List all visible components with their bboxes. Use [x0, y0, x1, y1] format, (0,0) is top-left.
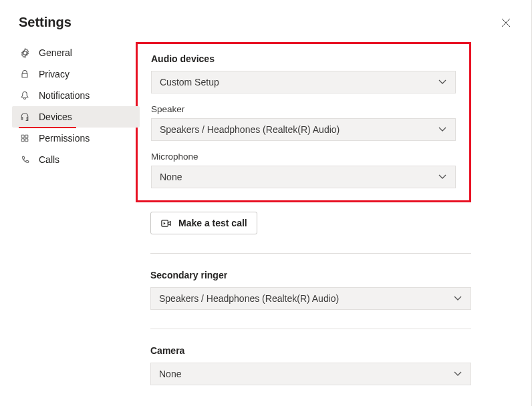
- microphone-value: None: [160, 172, 182, 182]
- chevron-down-icon: [438, 77, 447, 87]
- sidebar-item-devices[interactable]: Devices: [12, 106, 140, 128]
- test-call-icon: [160, 218, 172, 229]
- page-title: Settings: [19, 15, 72, 30]
- sidebar-item-permissions[interactable]: Permissions: [12, 128, 140, 149]
- speaker-value: Speakers / Headphones (Realtek(R) Audio): [160, 124, 340, 135]
- sidebar-item-label: Privacy: [39, 69, 70, 79]
- sidebar: General Privacy Notifications Devices: [0, 42, 144, 170]
- audio-devices-heading: Audio devices: [151, 53, 456, 64]
- lock-icon: [19, 68, 31, 80]
- make-test-call-label: Make a test call: [178, 218, 247, 228]
- sidebar-item-label: Devices: [39, 112, 72, 122]
- audio-devices-highlight: Audio devices Custom Setup Speaker Speak…: [136, 42, 471, 202]
- apps-icon: [19, 132, 31, 144]
- chevron-down-icon: [438, 172, 447, 182]
- sidebar-item-privacy[interactable]: Privacy: [12, 63, 140, 85]
- camera-select[interactable]: None: [150, 363, 471, 385]
- camera-value: None: [159, 369, 181, 379]
- microphone-label: Microphone: [151, 152, 456, 162]
- divider: [150, 253, 471, 254]
- sidebar-item-general[interactable]: General: [12, 42, 140, 63]
- secondary-ringer-value: Speakers / Headphones (Realtek(R) Audio): [159, 293, 339, 304]
- sidebar-item-label: Notifications: [39, 90, 90, 101]
- sidebar-item-calls[interactable]: Calls: [12, 149, 140, 170]
- chevron-down-icon: [453, 294, 462, 303]
- camera-heading: Camera: [150, 345, 471, 356]
- gear-icon: [19, 47, 31, 59]
- speaker-label: Speaker: [151, 104, 456, 114]
- chevron-down-icon: [453, 369, 462, 379]
- secondary-ringer-select[interactable]: Speakers / Headphones (Realtek(R) Audio): [150, 287, 471, 310]
- make-test-call-button[interactable]: Make a test call: [150, 212, 257, 234]
- chevron-down-icon: [438, 125, 447, 134]
- bell-icon: [19, 89, 31, 102]
- microphone-select[interactable]: None: [151, 166, 456, 188]
- phone-icon: [19, 154, 31, 166]
- secondary-ringer-heading: Secondary ringer: [150, 270, 471, 280]
- sidebar-item-label: General: [39, 47, 72, 58]
- close-button[interactable]: [501, 17, 511, 28]
- close-icon: [501, 17, 511, 28]
- main-content: Audio devices Custom Setup Speaker Speak…: [144, 42, 531, 385]
- sidebar-item-label: Calls: [39, 154, 59, 165]
- sidebar-item-notifications[interactable]: Notifications: [12, 85, 140, 106]
- audio-device-value: Custom Setup: [160, 77, 219, 87]
- headset-icon: [19, 111, 31, 123]
- audio-device-select[interactable]: Custom Setup: [151, 71, 456, 93]
- divider: [150, 329, 471, 329]
- speaker-select[interactable]: Speakers / Headphones (Realtek(R) Audio): [151, 118, 456, 141]
- sidebar-item-label: Permissions: [39, 133, 90, 144]
